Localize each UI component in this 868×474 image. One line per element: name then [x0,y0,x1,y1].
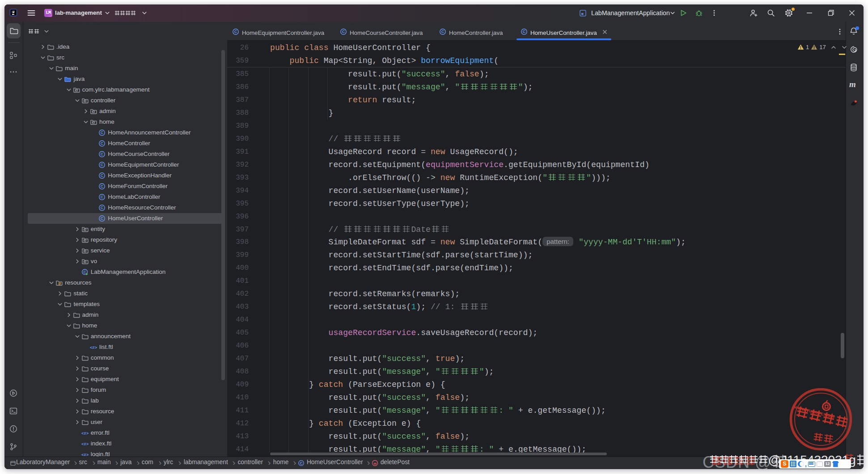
svg-text:C: C [523,29,526,34]
svg-text:<#>: <#> [81,442,89,446]
svg-text:C: C [101,141,104,146]
svg-text:C: C [83,269,86,274]
svg-text:C: C [101,184,104,189]
svg-text:C: C [342,29,345,34]
svg-text:m: m [373,461,377,466]
svg-text:<#>: <#> [81,431,89,436]
svg-text:<#>: <#> [90,345,97,350]
svg-text:C: C [234,29,237,34]
svg-text:C: C [101,206,104,210]
svg-text:C: C [101,130,104,135]
svg-text:C: C [101,152,104,156]
svg-text:C: C [101,163,104,167]
svg-text:C: C [300,461,303,466]
svg-text:C: C [441,29,445,34]
svg-text:C: C [101,195,104,199]
svg-text:C: C [101,216,104,221]
svg-text:C: C [101,173,104,178]
